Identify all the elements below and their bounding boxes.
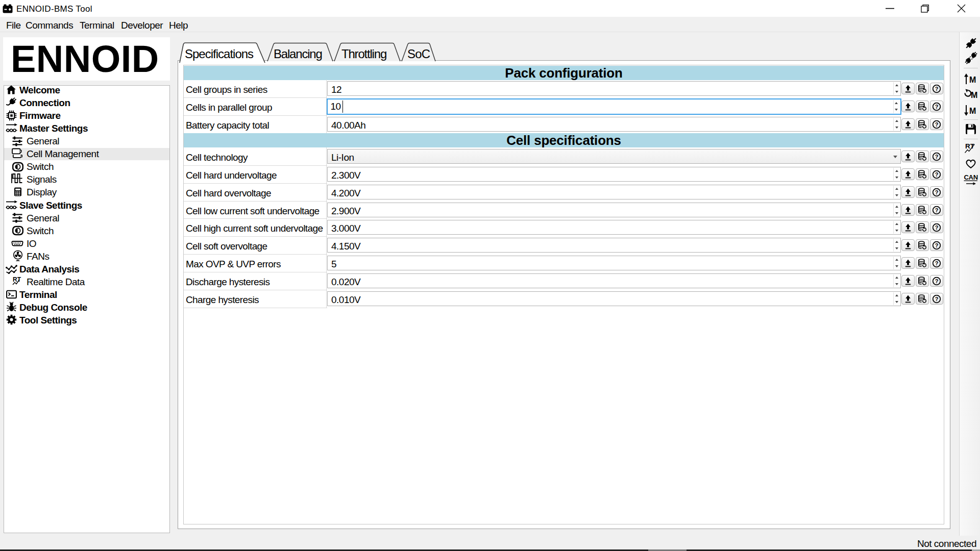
svg-text:?: ?	[935, 103, 939, 109]
svg-text:?: ?	[935, 260, 939, 266]
svg-text:M: M	[969, 107, 976, 115]
svg-text:?: ?	[935, 171, 939, 177]
svg-text:?: ?	[935, 121, 939, 127]
svg-text:CAN: CAN	[964, 173, 978, 181]
svg-text:RT: RT	[13, 276, 21, 283]
svg-text:M: M	[969, 76, 976, 84]
svg-text:?: ?	[935, 85, 939, 91]
svg-text:?: ?	[935, 242, 939, 248]
svg-text:?: ?	[935, 207, 939, 213]
svg-text:?: ?	[935, 224, 939, 230]
svg-text:?: ?	[935, 278, 939, 284]
svg-text:?: ?	[935, 295, 939, 302]
svg-text:?: ?	[935, 189, 939, 195]
svg-text:?: ?	[935, 153, 939, 159]
svg-text:M: M	[971, 91, 977, 99]
